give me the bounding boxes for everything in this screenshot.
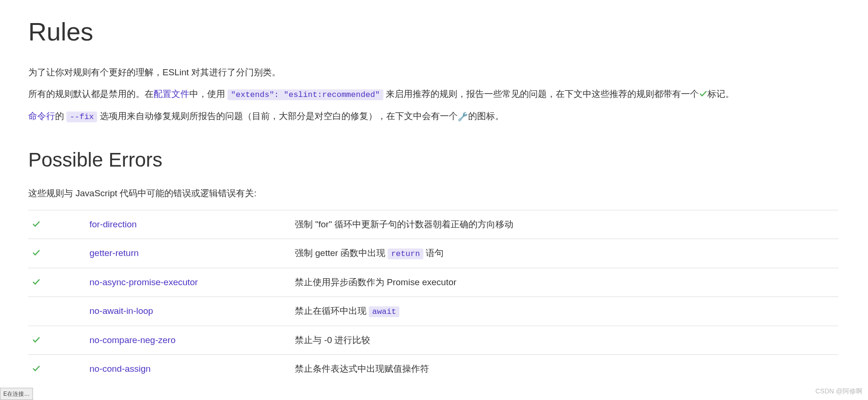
text: 禁止与 -0 进行比较 [295,335,370,345]
table-row: no-compare-neg-zero禁止与 -0 进行比较 [28,326,838,354]
recommended-cell [28,326,57,354]
text: 标记。 [707,89,734,99]
text: 禁止条件表达式中出现赋值操作符 [295,364,429,374]
fixable-cell [57,297,86,326]
section-heading: Possible Errors [28,143,838,176]
inline-code: return [388,248,423,259]
rule-desc-cell: 强制 getter 函数中出现 return 语句 [291,239,838,268]
rule-desc-cell: 禁止使用异步函数作为 Promise executor [291,268,838,296]
rule-name-cell: for-direction [86,210,291,239]
text: 的 [55,111,66,121]
text: 选项用来自动修复规则所报告的问题（目前，大部分是对空白的修复），在下文中会有一个 [97,111,457,121]
table-row: no-cond-assign禁止条件表达式中出现赋值操作符 [28,355,838,384]
rule-desc-cell: 强制 "for" 循环中更新子句的计数器朝着正确的方向移动 [291,210,838,239]
table-row: getter-return强制 getter 函数中出现 return 语句 [28,239,838,268]
rule-desc-cell: 禁止与 -0 进行比较 [291,326,838,354]
cli-link[interactable]: 命令行 [28,111,55,121]
intro-paragraph-3: 命令行的 --fix 选项用来自动修复规则所报告的问题（目前，大部分是对空白的修… [28,109,838,124]
wrench-icon: 🔧 [458,110,468,124]
intro-paragraph-1: 为了让你对规则有个更好的理解，ESLint 对其进行了分门别类。 [28,65,838,80]
rule-link[interactable]: no-cond-assign [89,364,151,374]
rule-link[interactable]: no-async-promise-executor [89,277,198,287]
fixable-cell [57,210,86,239]
config-file-link[interactable]: 配置文件 [154,89,189,99]
rules-table: for-direction强制 "for" 循环中更新子句的计数器朝着正确的方向… [28,210,838,384]
inline-code: await [369,306,399,317]
table-row: no-await-in-loop禁止在循环中出现 await [28,297,838,326]
check-icon [32,335,41,345]
code-fix: --fix [66,112,97,122]
rule-name-cell: no-async-promise-executor [86,268,291,296]
text: 的图标。 [468,111,504,121]
check-icon [32,219,41,229]
fixable-cell [57,355,86,384]
fixable-cell [57,326,86,354]
text: 中，使用 [189,89,227,99]
recommended-cell [28,210,57,239]
page-title: Rules [28,10,838,54]
rule-name-cell: no-await-in-loop [86,297,291,326]
recommended-cell [28,239,57,268]
text: 来启用推荐的规则，报告一些常见的问题，在下文中这些推荐的规则都带有一个 [383,89,699,99]
recommended-cell [28,297,57,326]
recommended-cell [28,268,57,296]
rule-desc-cell: 禁止在循环中出现 await [291,297,838,326]
table-row: no-async-promise-executor禁止使用异步函数作为 Prom… [28,268,838,296]
text: 强制 "for" 循环中更新子句的计数器朝着正确的方向移动 [295,219,513,229]
rule-name-cell: getter-return [86,239,291,268]
rule-link[interactable]: getter-return [89,248,139,258]
text: 强制 getter 函数中出现 [295,248,388,258]
rule-name-cell: no-compare-neg-zero [86,326,291,354]
rule-link[interactable]: for-direction [89,219,137,229]
code-extends: "extends": "eslint:recommended" [227,89,383,100]
intro-paragraph-2: 所有的规则默认都是禁用的。在配置文件中，使用 "extends": "eslin… [28,87,838,102]
table-row: for-direction强制 "for" 循环中更新子句的计数器朝着正确的方向… [28,210,838,239]
rule-link[interactable]: no-await-in-loop [89,306,153,316]
section-intro: 这些规则与 JavaScript 代码中可能的错误或逻辑错误有关: [28,186,838,201]
check-icon [32,248,41,258]
text: 所有的规则默认都是禁用的。在 [28,89,154,99]
text: 禁止使用异步函数作为 Promise executor [295,277,456,287]
text: 语句 [423,248,444,258]
check-icon [32,277,41,287]
check-icon [699,89,707,99]
fixable-cell [57,239,86,268]
fixable-cell [57,268,86,296]
rule-name-cell: no-cond-assign [86,355,291,384]
text: 禁止在循环中出现 [295,306,369,316]
rule-link[interactable]: no-compare-neg-zero [89,335,176,345]
check-icon [32,364,41,374]
rule-desc-cell: 禁止条件表达式中出现赋值操作符 [291,355,838,384]
recommended-cell [28,355,57,384]
